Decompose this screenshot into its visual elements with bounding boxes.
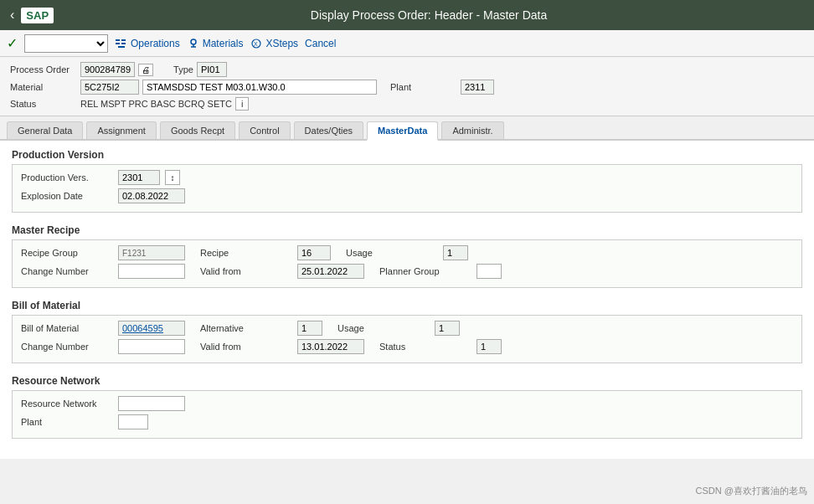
material-value: 5C275I2 bbox=[80, 80, 139, 95]
bill-of-material-value[interactable]: 00064595 bbox=[118, 321, 185, 336]
resource-network-section: Resource Network Resource Network Plant bbox=[12, 375, 802, 439]
materials-label: Materials bbox=[203, 38, 244, 49]
svg-rect-0 bbox=[116, 39, 120, 41]
bill-of-material-title: Bill of Material bbox=[12, 300, 802, 311]
tab-goods-recpt[interactable]: Goods Recpt bbox=[160, 121, 235, 139]
xsteps-button[interactable]: X XSteps bbox=[250, 38, 298, 49]
toolbar-dropdown[interactable] bbox=[24, 34, 108, 53]
toolbar: ✓ Operations Materials bbox=[0, 30, 814, 57]
bill-of-material-label: Bill of Material bbox=[21, 323, 113, 333]
usage-value-recipe: 1 bbox=[443, 245, 468, 260]
production-version-box: Production Vers. 2301 ↕ Explosion Date 0… bbox=[12, 164, 802, 213]
cancel-label: Cancel bbox=[305, 38, 336, 49]
explosion-date-label: Explosion Date bbox=[21, 191, 113, 201]
materials-icon bbox=[187, 38, 200, 49]
usage-label-recipe: Usage bbox=[346, 248, 438, 258]
status-bom-value: 1 bbox=[477, 339, 502, 354]
resource-network-row: Resource Network bbox=[21, 396, 793, 411]
change-number-bom-label: Change Number bbox=[21, 342, 113, 352]
svg-point-5 bbox=[191, 39, 196, 44]
bill-of-material-box: Bill of Material 00064595 Alternative 1 … bbox=[12, 315, 802, 363]
bill-of-material-section: Bill of Material Bill of Material 000645… bbox=[12, 300, 802, 363]
header-area: Process Order 900284789 🖨 Type PI01 Mate… bbox=[0, 57, 814, 116]
material-desc: STAMSDSD TEST M03.01.W30.0 bbox=[142, 80, 377, 95]
production-vers-row: Production Vers. 2301 ↕ bbox=[21, 170, 793, 185]
alternative-label: Alternative bbox=[200, 323, 292, 333]
valid-from-bom-value: 13.01.2022 bbox=[297, 339, 364, 354]
status-row: Status REL MSPT PRC BASC BCRQ SETC i bbox=[10, 97, 804, 111]
resource-network-plant-value bbox=[118, 414, 148, 429]
tab-dates-qties[interactable]: Dates/Qties bbox=[294, 121, 363, 139]
tab-administr[interactable]: Administr. bbox=[441, 121, 503, 139]
svg-rect-4 bbox=[118, 46, 125, 48]
svg-rect-1 bbox=[116, 43, 120, 44]
recipe-group-value: F1231 bbox=[118, 245, 185, 260]
cancel-button[interactable]: Cancel bbox=[305, 38, 336, 49]
production-version-title: Production Version bbox=[12, 149, 802, 161]
status-bom-label: Status bbox=[379, 342, 471, 352]
title-bar: ‹ SAP Display Process Order: Header - Ma… bbox=[0, 0, 814, 30]
process-order-value: 900284789 bbox=[80, 62, 135, 77]
process-order-label: Process Order bbox=[10, 64, 77, 75]
print-icon[interactable]: 🖨 bbox=[138, 64, 153, 76]
change-number-recipe-row: Change Number Valid from 25.01.2022 Plan… bbox=[21, 264, 793, 279]
tab-master-data[interactable]: MasterData bbox=[367, 121, 438, 141]
valid-from-recipe-value: 25.01.2022 bbox=[297, 264, 364, 279]
bom-row1: Bill of Material 00064595 Alternative 1 … bbox=[21, 321, 793, 336]
check-icon[interactable]: ✓ bbox=[7, 35, 18, 51]
recipe-group-label: Recipe Group bbox=[21, 248, 113, 258]
tab-assignment[interactable]: Assignment bbox=[86, 121, 156, 139]
back-arrow-icon[interactable]: ‹ bbox=[10, 8, 14, 23]
tabs-area: General Data Assignment Goods Recpt Cont… bbox=[0, 116, 814, 141]
type-label: Type bbox=[173, 64, 193, 75]
valid-from-recipe-label: Valid from bbox=[200, 266, 292, 276]
recipe-value: 16 bbox=[297, 245, 331, 260]
process-order-row: Process Order 900284789 🖨 Type PI01 bbox=[10, 62, 804, 77]
change-number-recipe-value bbox=[118, 264, 185, 279]
planner-group-label: Planner Group bbox=[379, 266, 471, 276]
master-recipe-title: Master Recipe bbox=[12, 224, 802, 236]
usage-label-bom: Usage bbox=[337, 323, 430, 333]
usage-value-bom: 1 bbox=[435, 321, 460, 336]
explosion-date-value: 02.08.2022 bbox=[118, 188, 185, 203]
materials-button[interactable]: Materials bbox=[187, 38, 244, 49]
svg-rect-2 bbox=[121, 39, 126, 41]
operations-icon bbox=[115, 38, 128, 49]
tab-control[interactable]: Control bbox=[239, 121, 290, 139]
type-value: PI01 bbox=[197, 62, 227, 77]
status-value: REL MSPT PRC BASC BCRQ SETC bbox=[80, 99, 232, 109]
resource-network-title: Resource Network bbox=[12, 375, 802, 387]
master-recipe-box: Recipe Group F1231 Recipe 16 Usage 1 Cha… bbox=[12, 239, 802, 288]
change-number-recipe-label: Change Number bbox=[21, 266, 113, 276]
xsteps-icon: X bbox=[250, 38, 263, 49]
master-recipe-section: Master Recipe Recipe Group F1231 Recipe … bbox=[12, 224, 802, 288]
plant-value: 2311 bbox=[461, 80, 494, 95]
resource-network-label: Resource Network bbox=[21, 399, 113, 409]
recipe-label: Recipe bbox=[200, 248, 292, 258]
svg-rect-3 bbox=[121, 43, 126, 44]
tab-general-data[interactable]: General Data bbox=[7, 121, 83, 139]
plant-label: Plant bbox=[390, 82, 457, 92]
change-number-bom-value bbox=[118, 339, 185, 354]
planner-group-value bbox=[477, 264, 502, 279]
material-row: Material 5C275I2 STAMSDSD TEST M03.01.W3… bbox=[10, 80, 804, 95]
bom-row2: Change Number Valid from 13.01.2022 Stat… bbox=[21, 339, 793, 354]
main-content: Production Version Production Vers. 2301… bbox=[0, 141, 814, 459]
resource-network-value bbox=[118, 396, 185, 411]
production-vers-label: Production Vers. bbox=[21, 172, 113, 183]
production-vers-nav-btn[interactable]: ↕ bbox=[165, 170, 180, 185]
recipe-group-row: Recipe Group F1231 Recipe 16 Usage 1 bbox=[21, 245, 793, 260]
resource-network-plant-label: Plant bbox=[21, 417, 113, 427]
production-vers-value: 2301 bbox=[118, 170, 160, 185]
material-label: Material bbox=[10, 82, 77, 92]
xsteps-label: XSteps bbox=[265, 38, 298, 49]
sap-logo: SAP bbox=[21, 8, 54, 23]
svg-text:X: X bbox=[254, 41, 258, 47]
page-title: Display Process Order: Header - Master D… bbox=[54, 8, 804, 22]
production-version-section: Production Version Production Vers. 2301… bbox=[12, 149, 802, 213]
operations-button[interactable]: Operations bbox=[115, 38, 180, 49]
alternative-value: 1 bbox=[297, 321, 322, 336]
valid-from-bom-label: Valid from bbox=[200, 342, 292, 352]
info-button[interactable]: i bbox=[235, 97, 249, 111]
resource-network-box: Resource Network Plant bbox=[12, 390, 802, 439]
